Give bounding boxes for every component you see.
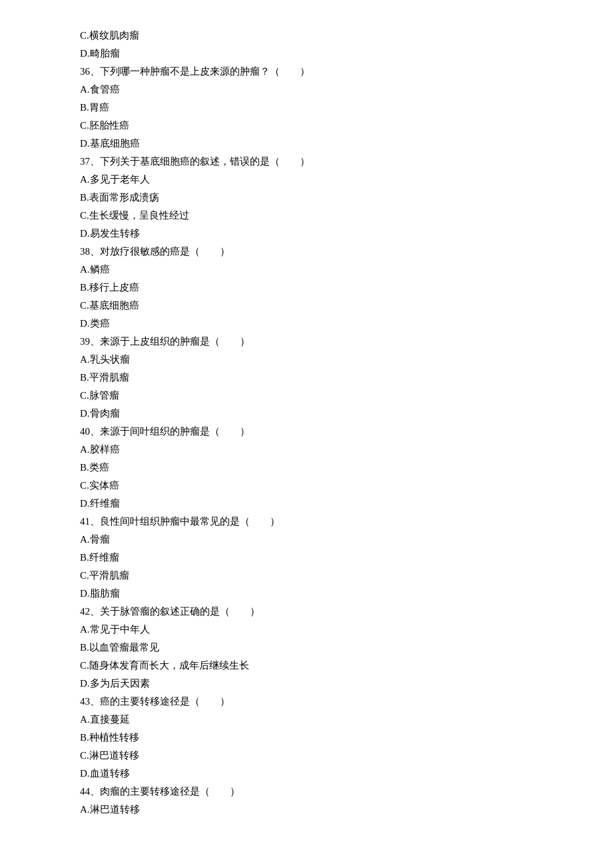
text-line-13: A.鳞癌 xyxy=(80,261,560,279)
text-line-42: 44、肉瘤的主要转移途径是（ ） xyxy=(80,783,560,801)
text-line-1: D.畸胎瘤 xyxy=(80,45,560,63)
text-line-8: A.多见于老年人 xyxy=(80,171,560,189)
text-line-9: B.表面常形成溃疡 xyxy=(80,189,560,207)
text-line-31: D.脂肪瘤 xyxy=(80,585,560,603)
text-line-34: B.以血管瘤最常见 xyxy=(80,639,560,657)
text-line-16: D.类癌 xyxy=(80,315,560,333)
text-line-18: A.乳头状瘤 xyxy=(80,351,560,369)
text-line-24: B.类癌 xyxy=(80,459,560,477)
text-line-17: 39、来源于上皮组织的肿瘤是（ ） xyxy=(80,333,560,351)
text-line-19: B.平滑肌瘤 xyxy=(80,369,560,387)
text-line-41: D.血道转移 xyxy=(80,765,560,783)
text-line-40: C.淋巴道转移 xyxy=(80,747,560,765)
text-line-29: B.纤维瘤 xyxy=(80,549,560,567)
text-line-7: 37、下列关于基底细胞癌的叙述，错误的是（ ） xyxy=(80,153,560,171)
text-line-10: C.生长缓慢，呈良性经过 xyxy=(80,207,560,225)
text-line-20: C.脉管瘤 xyxy=(80,387,560,405)
text-line-6: D.基底细胞癌 xyxy=(80,135,560,153)
text-line-33: A.常见于中年人 xyxy=(80,621,560,639)
text-line-30: C.平滑肌瘤 xyxy=(80,567,560,585)
text-line-43: A.淋巴道转移 xyxy=(80,801,560,819)
text-line-21: D.骨肉瘤 xyxy=(80,405,560,423)
text-line-15: C.基底细胞癌 xyxy=(80,297,560,315)
text-line-28: A.骨瘤 xyxy=(80,531,560,549)
text-line-2: 36、下列哪一种肿瘤不是上皮来源的肿瘤？（ ） xyxy=(80,63,560,81)
text-line-39: B.种植性转移 xyxy=(80,729,560,747)
text-line-4: B.胃癌 xyxy=(80,99,560,117)
text-line-27: 41、良性间叶组织肿瘤中最常见的是（ ） xyxy=(80,513,560,531)
text-line-14: B.移行上皮癌 xyxy=(80,279,560,297)
text-line-25: C.实体癌 xyxy=(80,477,560,495)
text-line-3: A.食管癌 xyxy=(80,81,560,99)
main-content: C.横纹肌肉瘤D.畸胎瘤36、下列哪一种肿瘤不是上皮来源的肿瘤？（ ）A.食管癌… xyxy=(80,27,560,819)
text-line-32: 42、关于脉管瘤的叙述正确的是（ ） xyxy=(80,603,560,621)
text-line-38: A.直接蔓延 xyxy=(80,711,560,729)
text-line-23: A.胶样癌 xyxy=(80,441,560,459)
text-line-0: C.横纹肌肉瘤 xyxy=(80,27,560,45)
text-line-36: D.多为后天因素 xyxy=(80,675,560,693)
text-line-35: C.随身体发育而长大，成年后继续生长 xyxy=(80,657,560,675)
text-line-22: 40、来源于间叶组织的肿瘤是（ ） xyxy=(80,423,560,441)
text-line-11: D.易发生转移 xyxy=(80,225,560,243)
text-line-37: 43、癌的主要转移途径是（ ） xyxy=(80,693,560,711)
text-line-26: D.纤维瘤 xyxy=(80,495,560,513)
text-line-5: C.胚胎性癌 xyxy=(80,117,560,135)
text-line-12: 38、对放疗很敏感的癌是（ ） xyxy=(80,243,560,261)
